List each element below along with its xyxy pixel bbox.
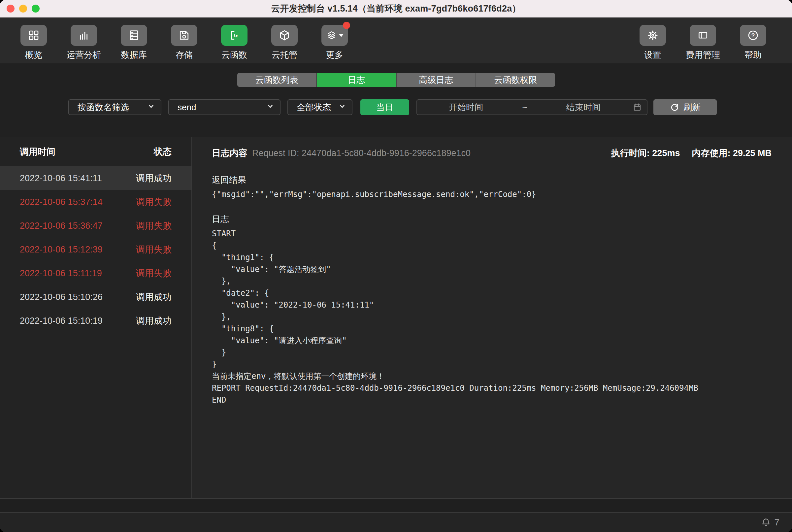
- invocation-time: 2022-10-06 15:37:14: [20, 197, 103, 207]
- log-list-row[interactable]: 2022-10-06 15:10:19调用成功: [0, 309, 191, 332]
- gear-icon: [640, 25, 666, 46]
- notification-count[interactable]: 7: [774, 517, 779, 528]
- return-result-value: {"msgid":"","errMsg":"openapi.subscribeM…: [212, 190, 772, 199]
- calendar-icon: [632, 102, 642, 112]
- tab-function-list[interactable]: 云函数列表: [237, 73, 317, 87]
- toolbar-item-overview[interactable]: 概览: [20, 25, 47, 63]
- memory-usage: 内存使用: 29.25 MB: [692, 147, 772, 159]
- invocation-status: 调用失败: [136, 267, 172, 279]
- range-separator: ~: [515, 102, 535, 113]
- toolbar-item-settings[interactable]: 设置: [640, 25, 666, 63]
- footer-spacer-bar: [0, 498, 792, 512]
- invocation-list-panel: 调用时间 状态 2022-10-06 15:41:11调用成功2022-10-0…: [0, 137, 192, 498]
- invocation-time: 2022-10-06 15:11:19: [20, 268, 102, 279]
- toolbar-item-label: 费用管理: [686, 49, 720, 61]
- toolbar-item-database[interactable]: 数据库: [121, 25, 147, 63]
- invocation-time: 2022-10-06 15:10:26: [20, 292, 103, 302]
- floppy-icon: [171, 25, 197, 46]
- log-detail-header: 日志内容 Request ID: 24470da1-5c80-4ddb-9916…: [212, 147, 772, 159]
- toolbar-item-label: 更多: [326, 49, 343, 61]
- function-icon: fx: [221, 25, 248, 46]
- help-icon: ?: [740, 25, 766, 46]
- chevron-down-icon: [338, 102, 347, 113]
- execution-time: 执行时间: 225ms: [611, 147, 680, 159]
- toolbar-item-billing[interactable]: 费用管理: [690, 25, 716, 63]
- status-select[interactable]: 全部状态: [287, 99, 352, 115]
- status-bar: 7: [0, 512, 792, 532]
- minimize-window-button[interactable]: [19, 5, 27, 13]
- toolbar-item-label: 运营分析: [67, 49, 101, 61]
- zoom-window-button[interactable]: [32, 5, 40, 13]
- invocation-status: 调用成功: [136, 315, 172, 327]
- log-heading: 日志: [212, 213, 772, 225]
- log-list-row[interactable]: 2022-10-06 15:10:26调用成功: [0, 285, 191, 309]
- log-text: START { "thing1": { "value": "答题活动签到" },…: [212, 228, 772, 406]
- refresh-icon: [670, 102, 679, 112]
- window-title: 云开发控制台 v1.5.14（当前环境 exam-7gd7b6ko617f6d2…: [271, 3, 521, 15]
- toolbar-item-help[interactable]: ?帮助: [740, 25, 766, 63]
- function-select[interactable]: send: [168, 99, 281, 115]
- list-header: 调用时间 状态: [0, 137, 191, 166]
- log-list-row[interactable]: 2022-10-06 15:36:47调用失败: [0, 214, 191, 238]
- window-controls: [6, 0, 40, 17]
- toolbar-item-more[interactable]: 更多: [322, 25, 348, 63]
- grid-icon: [20, 25, 47, 46]
- today-button[interactable]: 当日: [360, 99, 409, 115]
- refresh-button-label: 刷新: [683, 102, 701, 113]
- function-select-value: send: [177, 102, 196, 113]
- tab-permissions[interactable]: 云函数权限: [476, 73, 555, 87]
- date-range-input[interactable]: 开始时间 ~ 结束时间: [417, 99, 648, 115]
- invocation-status: 调用失败: [136, 196, 172, 208]
- log-list-row[interactable]: 2022-10-06 15:12:39调用失败: [0, 238, 191, 261]
- tab-advanced-logs[interactable]: 高级日志: [397, 73, 476, 87]
- refresh-button[interactable]: 刷新: [653, 99, 717, 115]
- invocation-status: 调用成功: [136, 172, 172, 184]
- log-detail-panel: 日志内容 Request ID: 24470da1-5c80-4ddb-9916…: [192, 137, 792, 498]
- function-name-filter-select[interactable]: 按函数名筛选: [68, 99, 161, 115]
- cube-icon: [271, 25, 298, 46]
- log-list-row[interactable]: 2022-10-06 15:37:14调用失败: [0, 190, 191, 214]
- invocation-time: 2022-10-06 15:12:39: [20, 245, 103, 255]
- toolbar-item-label: 云托管: [272, 49, 297, 61]
- subheader: 云函数列表日志高级日志云函数权限 按函数名筛选 send 全部状态 当日 开始时…: [0, 63, 792, 137]
- column-header-time: 调用时间: [20, 146, 55, 158]
- chevron-down-icon: [147, 102, 155, 113]
- close-window-button[interactable]: [6, 5, 15, 13]
- caret-down-icon: [339, 34, 344, 37]
- invocation-time: 2022-10-06 15:36:47: [20, 221, 103, 231]
- invocation-status: 调用失败: [136, 244, 172, 255]
- toolbar-item-cloud-function[interactable]: fx云函数: [221, 25, 248, 63]
- bar-chart-icon: [71, 25, 97, 46]
- layers-icon: [322, 25, 348, 46]
- tab-bar: 云函数列表日志高级日志云函数权限: [237, 73, 555, 87]
- toolbar-item-label: 数据库: [121, 49, 147, 61]
- toolbar-item-label: 帮助: [745, 49, 761, 61]
- toolbar-right-group: 设置费用管理?帮助: [640, 18, 792, 63]
- invocation-status: 调用成功: [136, 291, 172, 303]
- log-list-row[interactable]: 2022-10-06 15:41:11调用成功: [0, 166, 191, 190]
- log-content-title: 日志内容: [212, 147, 248, 159]
- bell-icon[interactable]: [760, 517, 772, 528]
- toolbar-item-label: 存储: [176, 49, 193, 61]
- invocation-rows: 2022-10-06 15:41:11调用成功2022-10-06 15:37:…: [0, 166, 191, 332]
- svg-text:fx: fx: [234, 33, 238, 38]
- toolbar-item-label: 云函数: [221, 49, 247, 61]
- toolbar-item-cloud-run[interactable]: 云托管: [271, 25, 298, 63]
- chevron-down-icon: [266, 102, 274, 113]
- toolbar-item-analytics[interactable]: 运营分析: [71, 25, 97, 63]
- toolbar-item-label: 概览: [25, 49, 42, 61]
- database-icon: [121, 25, 147, 46]
- return-result-heading: 返回结果: [212, 174, 772, 186]
- column-header-status: 状态: [154, 146, 172, 158]
- end-time-placeholder: 结束时间: [535, 102, 632, 113]
- execution-metrics: 执行时间: 225ms 内存使用: 29.25 MB: [611, 147, 772, 159]
- function-name-filter-label: 按函数名筛选: [78, 102, 129, 113]
- app-window: 云开发控制台 v1.5.14（当前环境 exam-7gd7b6ko617f6d2…: [0, 0, 792, 532]
- start-time-placeholder: 开始时间: [417, 102, 515, 113]
- tab-logs[interactable]: 日志: [317, 73, 396, 87]
- toolbar-item-storage[interactable]: 存储: [171, 25, 197, 63]
- invocation-status: 调用失败: [136, 220, 172, 232]
- billing-icon: [690, 25, 716, 46]
- log-list-row[interactable]: 2022-10-06 15:11:19调用失败: [0, 261, 191, 285]
- titlebar: 云开发控制台 v1.5.14（当前环境 exam-7gd7b6ko617f6d2…: [0, 0, 792, 18]
